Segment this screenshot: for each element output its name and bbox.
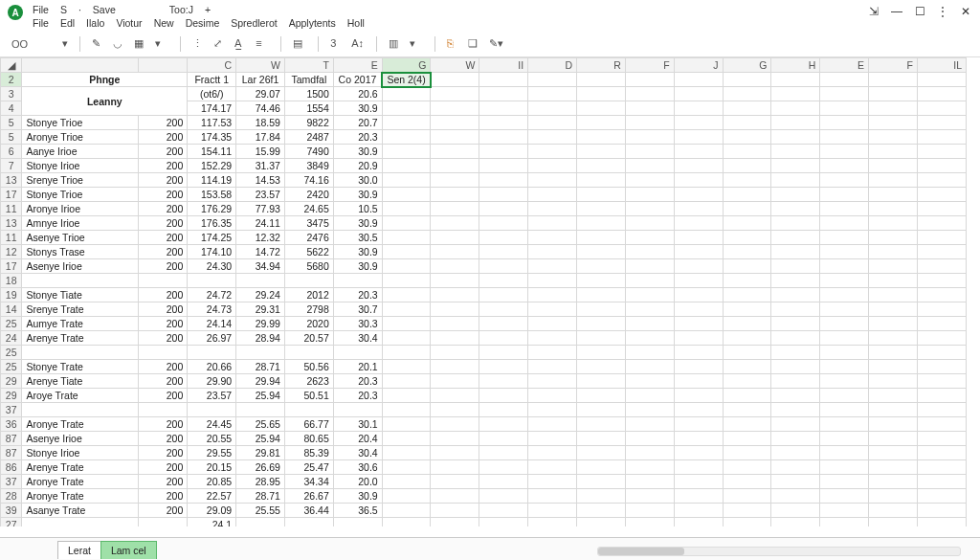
undo-icon[interactable]: ◡ bbox=[113, 37, 126, 51]
cell[interactable] bbox=[431, 489, 479, 504]
cell[interactable] bbox=[917, 302, 966, 317]
cell[interactable] bbox=[382, 317, 431, 331]
cell[interactable] bbox=[528, 231, 577, 245]
qa-save[interactable]: Save bbox=[89, 3, 120, 16]
cell[interactable]: 1500 bbox=[284, 87, 333, 101]
row-header[interactable]: 17 bbox=[1, 188, 22, 202]
cell[interactable] bbox=[577, 403, 626, 417]
cell[interactable]: 50.51 bbox=[284, 389, 333, 403]
cell[interactable] bbox=[674, 317, 723, 331]
col-header[interactable]: G bbox=[723, 58, 771, 73]
cell[interactable]: 20.0 bbox=[333, 475, 382, 489]
cell[interactable] bbox=[479, 288, 528, 302]
cell[interactable]: 200 bbox=[139, 417, 188, 432]
col-header[interactable]: II bbox=[479, 58, 528, 73]
cell[interactable] bbox=[577, 489, 626, 504]
col-header-g[interactable]: G bbox=[382, 58, 431, 73]
row-header[interactable]: 4 bbox=[1, 101, 22, 116]
cell[interactable] bbox=[431, 403, 479, 417]
row-header[interactable]: 14 bbox=[1, 302, 22, 317]
cell[interactable] bbox=[333, 518, 382, 527]
cell[interactable]: 31.37 bbox=[236, 159, 285, 173]
row-header[interactable]: 6 bbox=[1, 145, 22, 159]
cell[interactable] bbox=[625, 346, 674, 360]
cell[interactable]: Stonye Tiate bbox=[22, 288, 139, 302]
cell[interactable] bbox=[869, 331, 918, 346]
cell[interactable]: 30.0 bbox=[333, 173, 382, 188]
cell[interactable] bbox=[674, 159, 723, 173]
cell[interactable] bbox=[820, 489, 869, 504]
sort-icon[interactable]: A↕ bbox=[351, 37, 365, 51]
cell[interactable] bbox=[869, 145, 918, 159]
col-header[interactable] bbox=[139, 58, 188, 73]
cell[interactable] bbox=[771, 504, 820, 518]
cell[interactable]: 2487 bbox=[284, 130, 333, 145]
cell[interactable]: Asenye Irioe bbox=[22, 432, 139, 446]
cell[interactable]: 26.97 bbox=[188, 331, 236, 346]
col-header[interactable]: F bbox=[869, 58, 918, 73]
cell[interactable] bbox=[674, 116, 723, 130]
cell[interactable] bbox=[869, 489, 918, 504]
cell[interactable] bbox=[528, 460, 577, 475]
row-header[interactable]: 13 bbox=[1, 216, 22, 231]
cell[interactable]: 26.67 bbox=[284, 489, 333, 504]
cell[interactable] bbox=[139, 346, 188, 360]
cell[interactable] bbox=[528, 145, 577, 159]
cell[interactable] bbox=[723, 475, 771, 489]
cell[interactable]: 29.99 bbox=[236, 317, 285, 331]
cell[interactable] bbox=[382, 259, 431, 274]
cell[interactable] bbox=[771, 346, 820, 360]
cell[interactable]: 29.09 bbox=[188, 504, 236, 518]
cell[interactable]: 200 bbox=[139, 446, 188, 460]
cell[interactable]: 3475 bbox=[284, 216, 333, 231]
cell[interactable] bbox=[333, 346, 382, 360]
cell[interactable] bbox=[382, 216, 431, 231]
minimize-icon[interactable]: — bbox=[890, 5, 903, 18]
cell[interactable]: 25.47 bbox=[284, 460, 333, 475]
row-header[interactable]: 39 bbox=[1, 504, 22, 518]
row-header[interactable]: 18 bbox=[1, 274, 22, 288]
cell[interactable]: 14.53 bbox=[236, 173, 285, 188]
cell[interactable] bbox=[528, 159, 577, 173]
cell[interactable] bbox=[382, 145, 431, 159]
cell[interactable]: 200 bbox=[139, 116, 188, 130]
cell[interactable] bbox=[917, 374, 966, 389]
cell[interactable] bbox=[674, 130, 723, 145]
cell[interactable] bbox=[771, 216, 820, 231]
spreadsheet-grid[interactable]: ◢ C W T E G W II D R F J G H E F IL 2 Ph… bbox=[0, 57, 980, 526]
cell[interactable] bbox=[625, 216, 674, 231]
row-header[interactable]: 25 bbox=[1, 317, 22, 331]
cell[interactable] bbox=[820, 130, 869, 145]
cell[interactable]: 2476 bbox=[284, 231, 333, 245]
cell[interactable]: 23.57 bbox=[188, 389, 236, 403]
row-header[interactable]: 25 bbox=[1, 346, 22, 360]
cell[interactable]: 20.6 bbox=[333, 87, 382, 101]
cell[interactable] bbox=[625, 231, 674, 245]
cell[interactable]: 20.3 bbox=[333, 374, 382, 389]
cell[interactable] bbox=[674, 302, 723, 317]
cell[interactable] bbox=[625, 432, 674, 446]
cell[interactable]: Arenye Trate bbox=[22, 331, 139, 346]
col-header[interactable] bbox=[22, 58, 139, 73]
expand-icon[interactable]: ⤢ bbox=[213, 37, 227, 51]
cell[interactable]: 200 bbox=[139, 504, 188, 518]
row-header[interactable]: 29 bbox=[1, 389, 22, 403]
cell[interactable]: 24.1 bbox=[188, 518, 236, 527]
row-header[interactable]: 13 bbox=[1, 173, 22, 188]
cell[interactable] bbox=[820, 389, 869, 403]
cell[interactable]: (ot6/) bbox=[188, 87, 236, 101]
cell[interactable] bbox=[382, 374, 431, 389]
pencil-icon[interactable]: ✎ bbox=[92, 37, 105, 51]
cell[interactable] bbox=[723, 460, 771, 475]
cell[interactable]: 200 bbox=[139, 302, 188, 317]
cell[interactable] bbox=[382, 331, 431, 346]
cell[interactable] bbox=[431, 374, 479, 389]
cell[interactable]: 20.9 bbox=[333, 159, 382, 173]
cell[interactable]: Tamdfal bbox=[284, 73, 333, 87]
cell[interactable] bbox=[625, 245, 674, 259]
cell[interactable] bbox=[284, 274, 333, 288]
row-header[interactable]: 36 bbox=[1, 417, 22, 432]
cell[interactable] bbox=[917, 417, 966, 432]
cell[interactable]: 28.71 bbox=[236, 489, 285, 504]
cell[interactable]: 20.4 bbox=[333, 432, 382, 446]
